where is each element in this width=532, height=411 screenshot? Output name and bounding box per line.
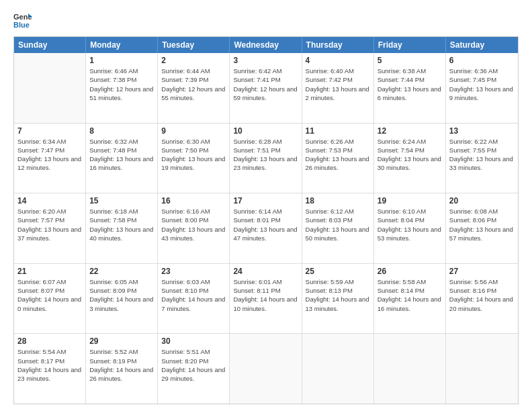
day-number: 6 (449, 56, 515, 65)
calendar-cell: 21Sunrise: 6:07 AMSunset: 8:07 PMDayligh… (14, 264, 86, 334)
day-number: 26 (378, 267, 442, 276)
calendar: SundayMondayTuesdayWednesdayThursdayFrid… (13, 36, 519, 404)
day-info: Sunrise: 6:14 AMSunset: 8:01 PMDaylight:… (233, 207, 298, 242)
calendar-cell (374, 334, 446, 404)
day-info: Sunrise: 6:05 AMSunset: 8:09 PMDaylight:… (89, 277, 154, 313)
day-number: 27 (449, 267, 515, 276)
calendar-cell: 9Sunrise: 6:30 AMSunset: 7:50 PMDaylight… (158, 124, 230, 193)
calendar-cell: 8Sunrise: 6:32 AMSunset: 7:48 PMDaylight… (86, 124, 158, 193)
day-info: Sunrise: 6:12 AMSunset: 8:03 PMDaylight:… (306, 207, 370, 242)
day-number: 23 (161, 267, 226, 276)
calendar-week: 7Sunrise: 6:34 AMSunset: 7:47 PMDaylight… (14, 124, 518, 194)
calendar-cell: 20Sunrise: 6:08 AMSunset: 8:06 PMDayligh… (446, 193, 518, 263)
calendar-week: 28Sunrise: 5:54 AMSunset: 8:17 PMDayligh… (14, 334, 518, 404)
calendar-body: 1Sunrise: 6:46 AMSunset: 7:38 PMDaylight… (14, 53, 518, 404)
calendar-cell (14, 53, 86, 123)
calendar-cell: 4Sunrise: 6:40 AMSunset: 7:42 PMDaylight… (302, 53, 374, 123)
day-info: Sunrise: 5:52 AMSunset: 8:19 PMDaylight:… (89, 347, 154, 383)
day-info: Sunrise: 6:42 AMSunset: 7:41 PMDaylight:… (233, 66, 298, 102)
calendar-cell: 28Sunrise: 5:54 AMSunset: 8:17 PMDayligh… (14, 334, 86, 404)
day-number: 15 (89, 196, 154, 205)
day-number: 21 (17, 267, 82, 276)
day-number: 16 (161, 196, 226, 205)
calendar-cell: 10Sunrise: 6:28 AMSunset: 7:51 PMDayligh… (230, 124, 302, 193)
calendar-cell: 26Sunrise: 5:58 AMSunset: 8:14 PMDayligh… (374, 264, 446, 334)
calendar-cell: 24Sunrise: 6:01 AMSunset: 8:11 PMDayligh… (230, 264, 302, 334)
day-info: Sunrise: 6:22 AMSunset: 7:55 PMDaylight:… (449, 137, 515, 173)
calendar-cell: 18Sunrise: 6:12 AMSunset: 8:03 PMDayligh… (302, 193, 374, 263)
calendar-cell: 16Sunrise: 6:16 AMSunset: 8:00 PMDayligh… (158, 193, 230, 263)
day-number: 30 (161, 336, 226, 346)
header: General Blue (13, 11, 519, 30)
day-number: 17 (233, 196, 298, 205)
weekday-header: Saturday (446, 37, 518, 53)
day-number: 20 (449, 196, 515, 205)
calendar-week: 21Sunrise: 6:07 AMSunset: 8:07 PMDayligh… (14, 264, 518, 334)
calendar-cell (302, 334, 374, 404)
calendar-cell: 23Sunrise: 6:03 AMSunset: 8:10 PMDayligh… (158, 264, 230, 334)
day-info: Sunrise: 5:51 AMSunset: 8:20 PMDaylight:… (161, 347, 226, 383)
day-number: 13 (449, 126, 515, 136)
calendar-cell: 5Sunrise: 6:38 AMSunset: 7:44 PMDaylight… (374, 53, 446, 123)
day-info: Sunrise: 5:56 AMSunset: 8:16 PMDaylight:… (449, 277, 515, 313)
day-number: 7 (17, 126, 82, 136)
day-info: Sunrise: 5:58 AMSunset: 8:14 PMDaylight:… (378, 277, 442, 313)
day-info: Sunrise: 6:32 AMSunset: 7:48 PMDaylight:… (89, 137, 154, 173)
day-info: Sunrise: 5:54 AMSunset: 8:17 PMDaylight:… (17, 347, 82, 383)
day-number: 24 (233, 267, 298, 276)
calendar-cell: 12Sunrise: 6:24 AMSunset: 7:54 PMDayligh… (374, 124, 446, 193)
calendar-cell: 15Sunrise: 6:18 AMSunset: 7:58 PMDayligh… (86, 193, 158, 263)
day-number: 5 (378, 56, 442, 65)
day-number: 3 (233, 56, 298, 65)
day-number: 12 (378, 126, 442, 136)
calendar-cell: 11Sunrise: 6:26 AMSunset: 7:53 PMDayligh… (302, 124, 374, 193)
calendar-cell: 7Sunrise: 6:34 AMSunset: 7:47 PMDaylight… (14, 124, 86, 193)
weekday-header: Wednesday (230, 37, 302, 53)
calendar-week: 1Sunrise: 6:46 AMSunset: 7:38 PMDaylight… (14, 53, 518, 124)
page: General Blue SundayMondayTuesdayWednesda… (0, 0, 532, 411)
day-info: Sunrise: 6:16 AMSunset: 8:00 PMDaylight:… (161, 207, 226, 242)
day-info: Sunrise: 6:24 AMSunset: 7:54 PMDaylight:… (378, 137, 442, 173)
day-info: Sunrise: 5:59 AMSunset: 8:13 PMDaylight:… (306, 277, 370, 313)
day-info: Sunrise: 6:40 AMSunset: 7:42 PMDaylight:… (306, 66, 370, 102)
calendar-cell: 29Sunrise: 5:52 AMSunset: 8:19 PMDayligh… (86, 334, 158, 404)
day-number: 10 (233, 126, 298, 136)
calendar-cell: 30Sunrise: 5:51 AMSunset: 8:20 PMDayligh… (158, 334, 230, 404)
logo: General Blue (13, 11, 32, 30)
calendar-cell (446, 334, 518, 404)
weekday-header: Sunday (14, 37, 86, 53)
logo-icon: General Blue (13, 11, 32, 30)
weekday-header: Thursday (302, 37, 374, 53)
weekday-header: Monday (86, 37, 158, 53)
day-info: Sunrise: 6:34 AMSunset: 7:47 PMDaylight:… (17, 137, 82, 173)
calendar-week: 14Sunrise: 6:20 AMSunset: 7:57 PMDayligh… (14, 193, 518, 264)
day-info: Sunrise: 6:26 AMSunset: 7:53 PMDaylight:… (306, 137, 370, 173)
calendar-cell: 3Sunrise: 6:42 AMSunset: 7:41 PMDaylight… (230, 53, 302, 123)
day-info: Sunrise: 6:01 AMSunset: 8:11 PMDaylight:… (233, 277, 298, 313)
calendar-cell: 19Sunrise: 6:10 AMSunset: 8:04 PMDayligh… (374, 193, 446, 263)
calendar-cell: 13Sunrise: 6:22 AMSunset: 7:55 PMDayligh… (446, 124, 518, 193)
calendar-cell: 14Sunrise: 6:20 AMSunset: 7:57 PMDayligh… (14, 193, 86, 263)
day-number: 28 (17, 336, 82, 346)
day-info: Sunrise: 6:44 AMSunset: 7:39 PMDaylight:… (161, 66, 226, 102)
calendar-cell: 2Sunrise: 6:44 AMSunset: 7:39 PMDaylight… (158, 53, 230, 123)
calendar-cell: 27Sunrise: 5:56 AMSunset: 8:16 PMDayligh… (446, 264, 518, 334)
calendar-cell: 17Sunrise: 6:14 AMSunset: 8:01 PMDayligh… (230, 193, 302, 263)
day-number: 8 (89, 126, 154, 136)
day-info: Sunrise: 6:18 AMSunset: 7:58 PMDaylight:… (89, 207, 154, 242)
day-info: Sunrise: 6:38 AMSunset: 7:44 PMDaylight:… (378, 66, 442, 102)
day-info: Sunrise: 6:36 AMSunset: 7:45 PMDaylight:… (449, 66, 515, 102)
day-number: 19 (378, 196, 442, 205)
calendar-cell: 25Sunrise: 5:59 AMSunset: 8:13 PMDayligh… (302, 264, 374, 334)
svg-text:Blue: Blue (13, 21, 30, 29)
calendar-cell: 1Sunrise: 6:46 AMSunset: 7:38 PMDaylight… (86, 53, 158, 123)
day-number: 1 (89, 56, 154, 65)
day-info: Sunrise: 6:30 AMSunset: 7:50 PMDaylight:… (161, 137, 226, 173)
day-number: 14 (17, 196, 82, 205)
day-info: Sunrise: 6:46 AMSunset: 7:38 PMDaylight:… (89, 66, 154, 102)
day-info: Sunrise: 6:03 AMSunset: 8:10 PMDaylight:… (161, 277, 226, 313)
weekday-header: Friday (374, 37, 446, 53)
day-number: 4 (306, 56, 370, 65)
day-number: 11 (306, 126, 370, 136)
day-info: Sunrise: 6:28 AMSunset: 7:51 PMDaylight:… (233, 137, 298, 173)
